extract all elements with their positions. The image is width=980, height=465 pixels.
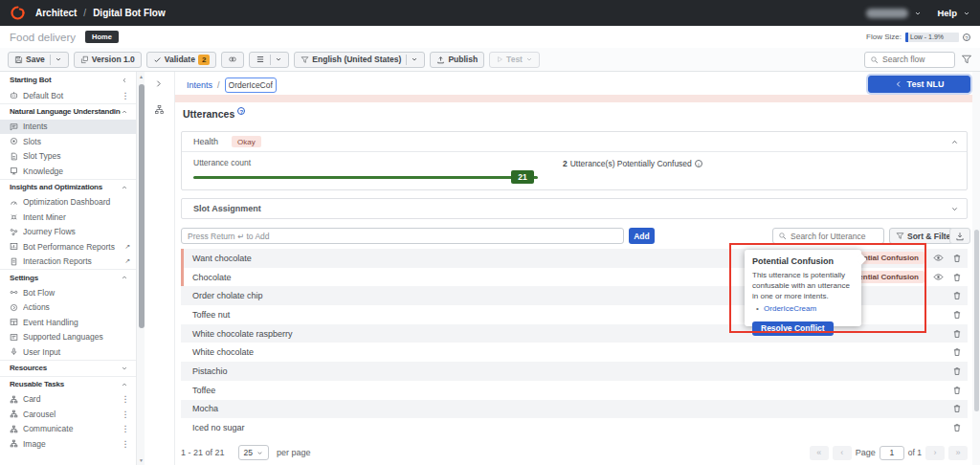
delete-utterance-button[interactable] bbox=[952, 347, 962, 357]
intent-name-input[interactable] bbox=[225, 78, 277, 93]
delete-utterance-button[interactable] bbox=[952, 423, 962, 432]
sidebar-item-intents[interactable]: Intents bbox=[0, 120, 136, 135]
question-circle-icon[interactable]: ? bbox=[963, 33, 970, 41]
utterance-search-input[interactable] bbox=[791, 232, 873, 241]
sidebar-section-insights-and-optimizations[interactable]: Insights and Optimizations bbox=[0, 179, 136, 195]
publish-button[interactable]: Publish bbox=[430, 52, 484, 68]
chevron-left-icon[interactable] bbox=[121, 77, 128, 84]
utterance-row[interactable]: Toffee bbox=[181, 381, 968, 400]
chevron-down-icon[interactable] bbox=[914, 10, 922, 17]
sidebar-item-default-bot[interactable]: Default Bot⋮ bbox=[0, 88, 136, 103]
expand-panel-icon[interactable] bbox=[154, 79, 163, 88]
delete-utterance-button[interactable] bbox=[952, 329, 962, 339]
save-button[interactable]: Save bbox=[8, 52, 69, 68]
utterance-row[interactable]: Mocha bbox=[181, 400, 968, 419]
sidebar-item-actions[interactable]: Actions bbox=[0, 300, 136, 316]
kebab-menu-icon[interactable]: ⋮ bbox=[121, 439, 130, 449]
chevron-up-icon[interactable] bbox=[121, 184, 128, 191]
chevron-down-icon[interactable] bbox=[270, 55, 282, 65]
first-page-button[interactable]: « bbox=[810, 446, 829, 460]
last-page-button[interactable]: » bbox=[948, 446, 968, 460]
chevron-up-icon[interactable] bbox=[121, 108, 128, 116]
sidebar-item-user-input[interactable]: User Input bbox=[0, 344, 136, 360]
user-menu[interactable] bbox=[866, 9, 908, 18]
sidebar-section-reusable-tasks[interactable]: Reusable Tasks bbox=[0, 376, 136, 392]
view-conflict-button[interactable] bbox=[933, 253, 944, 263]
chevron-down-icon[interactable] bbox=[963, 10, 970, 17]
scrollbar-thumb[interactable] bbox=[974, 230, 979, 411]
delete-utterance-button[interactable] bbox=[952, 366, 962, 376]
chevron-up-icon[interactable] bbox=[121, 274, 128, 281]
kebab-menu-icon[interactable]: ⋮ bbox=[121, 91, 130, 100]
flow-hierarchy-icon[interactable] bbox=[154, 104, 165, 115]
utterance-row[interactable]: Pistachio bbox=[181, 362, 968, 381]
filter-icon[interactable] bbox=[961, 54, 972, 65]
view-conflict-button[interactable] bbox=[933, 272, 944, 282]
sidebar-section-natural-language-understanding[interactable]: Natural Language Understanding bbox=[0, 103, 136, 120]
validate-button[interactable]: Validate 2 bbox=[146, 52, 217, 68]
delete-utterance-button[interactable] bbox=[952, 254, 962, 263]
sidebar-item-slot-types[interactable]: Slot Types bbox=[0, 149, 136, 165]
help-icon[interactable]: ? bbox=[237, 107, 245, 115]
prev-page-button[interactable]: ‹ bbox=[833, 446, 852, 460]
sidebar-item-carousel[interactable]: Carousel⋮ bbox=[0, 407, 136, 422]
kebab-menu-icon[interactable]: ⋮ bbox=[121, 394, 130, 404]
delete-utterance-button[interactable] bbox=[952, 404, 962, 413]
sidebar-item-slots[interactable]: Slots bbox=[0, 134, 136, 149]
test-button[interactable]: Test bbox=[489, 52, 540, 68]
flow-search-input[interactable] bbox=[882, 55, 949, 64]
sidebar-item-journey-flows[interactable]: Journey Flows bbox=[0, 225, 136, 240]
kebab-menu-icon[interactable]: ⋮ bbox=[121, 410, 130, 419]
chevron-up-icon[interactable] bbox=[950, 138, 959, 146]
delete-utterance-button[interactable] bbox=[952, 310, 962, 320]
delete-utterance-button[interactable] bbox=[952, 386, 962, 395]
add-utterance-input[interactable] bbox=[181, 228, 624, 244]
chevron-down-icon[interactable] bbox=[50, 55, 62, 65]
chevron-down-icon[interactable] bbox=[406, 55, 418, 65]
sidebar-item-communicate[interactable]: Communicate⋮ bbox=[0, 422, 136, 437]
kebab-menu-icon[interactable]: ⋮ bbox=[121, 424, 130, 433]
sidebar-item-card[interactable]: Card⋮ bbox=[0, 392, 136, 408]
slot-assignment-section[interactable]: Slot Assignment bbox=[181, 198, 968, 219]
breadcrumb-intents-link[interactable]: Intents bbox=[187, 80, 212, 90]
scrollbar-thumb[interactable] bbox=[139, 84, 145, 328]
copy-link-button[interactable] bbox=[221, 52, 244, 68]
language-selector[interactable]: English (United States) bbox=[294, 52, 425, 68]
chevron-up-icon[interactable] bbox=[121, 381, 128, 388]
scroll-down-icon[interactable]: ▼ bbox=[138, 457, 145, 463]
sidebar-item-image[interactable]: Image⋮ bbox=[0, 436, 136, 452]
sidebar-section-starting-bot[interactable]: Starting Bot bbox=[0, 72, 136, 88]
sidebar-item-bot-performance-reports[interactable]: Bot Performance Reports↗ bbox=[0, 239, 136, 255]
utterance-row[interactable]: White chocolate bbox=[181, 343, 968, 362]
sidebar-item-optimization-dashboard[interactable]: Optimization Dashboard bbox=[0, 195, 136, 210]
sidebar-scrollbar[interactable]: ▲ ▼ bbox=[136, 72, 145, 465]
per-page-select[interactable]: 25 bbox=[238, 445, 269, 460]
resolve-conflict-button[interactable]: Resolve Conflict bbox=[752, 321, 834, 336]
utterance-row[interactable]: Iced no sugar bbox=[181, 418, 968, 437]
sidebar-item-interaction-reports[interactable]: Interaction Reports↗ bbox=[0, 255, 136, 270]
conflicting-intent-link[interactable]: OrderIceCream bbox=[764, 304, 816, 313]
page-scrollbar[interactable] bbox=[972, 72, 980, 465]
health-header[interactable]: Health Okay bbox=[182, 132, 967, 152]
app-name[interactable]: Architect bbox=[35, 8, 77, 18]
sidebar-item-event-handling[interactable]: Event Handling bbox=[0, 315, 136, 330]
chevron-down-icon[interactable] bbox=[950, 205, 959, 213]
info-icon[interactable]: i bbox=[695, 160, 702, 167]
sidebar-item-bot-flow[interactable]: Bot Flow bbox=[0, 285, 136, 300]
sidebar-item-intent-miner[interactable]: Intent Miner bbox=[0, 210, 136, 225]
chevron-down-icon[interactable] bbox=[121, 365, 128, 372]
sidebar-item-knowledge[interactable]: Knowledge bbox=[0, 164, 136, 179]
view-options-button[interactable] bbox=[249, 52, 289, 68]
test-nlu-button[interactable]: Test NLU bbox=[868, 76, 970, 93]
add-utterance-button[interactable]: Add bbox=[629, 228, 655, 244]
delete-utterance-button[interactable] bbox=[952, 291, 962, 300]
sidebar-section-settings[interactable]: Settings bbox=[0, 269, 136, 285]
help-menu[interactable]: Help bbox=[937, 8, 957, 18]
page-number-input[interactable] bbox=[880, 446, 904, 460]
next-page-button[interactable]: › bbox=[925, 446, 945, 460]
delete-utterance-button[interactable] bbox=[952, 273, 962, 282]
version-button[interactable]: Version 1.0 bbox=[74, 52, 142, 68]
download-utterances-button[interactable] bbox=[949, 228, 970, 244]
sidebar-section-resources[interactable]: Resources bbox=[0, 360, 136, 376]
scroll-up-icon[interactable]: ▲ bbox=[138, 74, 145, 79]
